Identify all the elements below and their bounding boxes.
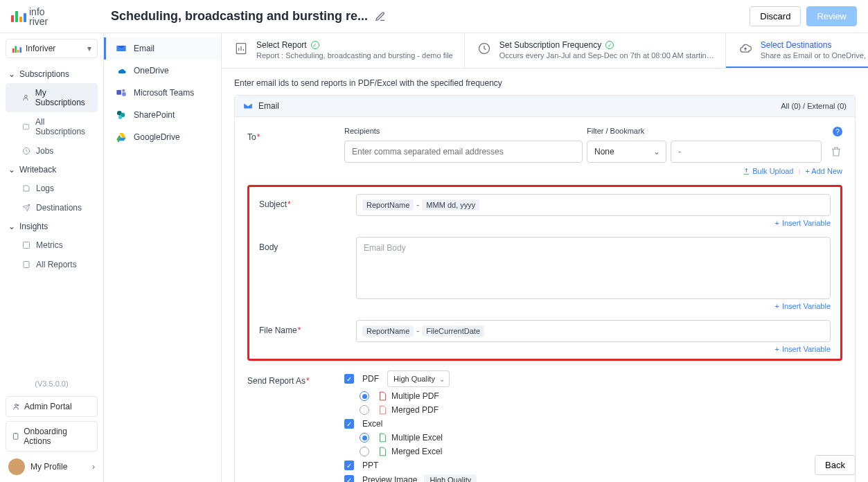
subject-input[interactable]: ReportName - MMM dd, yyyy: [356, 194, 831, 216]
chart-icon: [12, 44, 21, 53]
filter-header: Filter / Bookmark: [587, 127, 833, 136]
recipient-counts: All (0) / External (0): [781, 102, 847, 110]
nav-sidebar: Inforiver ▾ ⌄Subscriptions My Subscripti…: [0, 33, 104, 482]
cloud-icon: [738, 42, 752, 55]
svg-rect-12: [116, 90, 121, 95]
admin-icon: [12, 402, 20, 411]
excel-icon: [378, 447, 387, 456]
chevron-down-icon: ⌄: [8, 69, 15, 79]
token-date: MMM dd, yyyy: [422, 199, 479, 211]
: [743, 168, 750, 175]
preview-quality: High Quality: [424, 474, 477, 482]
insert-variable-body[interactable]: Insert Variable: [356, 302, 831, 310]
svg-rect-3: [19, 47, 21, 53]
step-frequency[interactable]: Set Subscription Frequency✓ Occurs every…: [465, 33, 726, 68]
check-icon: ✓: [605, 41, 614, 49]
discard-button[interactable]: Discard: [750, 6, 801, 26]
svg-point-10: [17, 404, 19, 406]
svg-point-9: [15, 404, 17, 407]
check-icon: ✓: [311, 41, 319, 49]
onboarding-button[interactable]: Onboarding Actions: [6, 421, 98, 452]
pdf-quality-select[interactable]: High Quality ⌄: [387, 371, 450, 387]
bulk-upload-link[interactable]: Bulk Upload: [752, 167, 793, 175]
insert-variable-subject[interactable]: Insert Variable: [356, 219, 831, 227]
svg-rect-8: [24, 262, 29, 268]
gdrive-icon: [116, 132, 127, 143]
info-icon[interactable]: ?: [833, 127, 842, 136]
clock-icon: [477, 42, 491, 55]
radio-multi-excel[interactable]: [360, 433, 369, 443]
step-destinations[interactable]: Select Destinations Share as Email or to…: [726, 33, 868, 68]
sidebar-item-metrics[interactable]: Metrics: [6, 235, 98, 255]
to-label: To: [247, 127, 344, 142]
report-icon: [234, 42, 248, 55]
back-button[interactable]: Back: [815, 455, 856, 475]
sidebar-item-all-subscriptions[interactable]: All Subscriptions: [6, 112, 98, 141]
dest-email[interactable]: Email: [104, 37, 221, 60]
logo: info river: [11, 7, 94, 26]
token-reportname: ReportName: [362, 199, 414, 211]
sidebar-item-jobs[interactable]: Jobs: [6, 141, 98, 161]
edit-icon[interactable]: [375, 11, 386, 22]
radio-multi-pdf[interactable]: [360, 391, 369, 401]
sidebar-item-destinations[interactable]: Destinations: [6, 198, 98, 217]
dest-gdrive[interactable]: GoogleDrive: [104, 126, 221, 148]
radio-merged-excel[interactable]: [360, 447, 369, 456]
email-icon: [116, 43, 127, 54]
profile-button[interactable]: My Profile ›: [6, 452, 98, 476]
sendas-label: Send Report As: [247, 371, 344, 386]
token-reportname: ReportName: [362, 325, 414, 337]
workspace-select[interactable]: Inforiver ▾: [6, 39, 98, 58]
sidebar-item-my-subscriptions[interactable]: My Subscriptions: [6, 83, 98, 112]
insert-variable-filename[interactable]: Insert Variable: [356, 345, 831, 353]
group-insights[interactable]: ⌄Insights: [6, 217, 98, 235]
dest-teams[interactable]: Microsoft Teams: [104, 82, 221, 104]
checkbox-preview[interactable]: ✓: [344, 475, 354, 482]
review-button[interactable]: Review: [806, 6, 857, 26]
svg-rect-1: [15, 46, 17, 53]
checkbox-pdf[interactable]: ✓: [344, 374, 354, 384]
body-input[interactable]: Email Body: [356, 237, 831, 299]
filename-input[interactable]: ReportName - FileCurrentDate: [356, 320, 831, 342]
checkbox-ppt[interactable]: ✓: [344, 461, 354, 470]
chevron-down-icon: ▾: [87, 44, 91, 53]
panel-title: Email: [258, 101, 279, 111]
subject-label: Subject: [259, 194, 356, 209]
step-select-report[interactable]: Select Report✓ Report : Scheduling, broa…: [222, 33, 465, 68]
recipients-input[interactable]: [344, 141, 583, 163]
svg-rect-2: [17, 50, 19, 53]
token-filedate: FileCurrentDate: [422, 325, 484, 337]
body-label: Body: [259, 237, 356, 252]
radio-merged-pdf[interactable]: [360, 405, 369, 415]
svg-rect-5: [23, 124, 28, 129]
svg-rect-7: [24, 242, 30, 249]
trash-icon[interactable]: [830, 145, 842, 158]
admin-portal-button[interactable]: Admin Portal: [6, 396, 98, 417]
send-icon: [22, 204, 30, 212]
recipients-header: Recipients: [344, 127, 587, 136]
brand-line1: info: [29, 7, 48, 17]
sharepoint-icon: [116, 109, 127, 120]
group-writeback[interactable]: ⌄Writeback: [6, 161, 98, 179]
chevron-right-icon: ›: [92, 462, 95, 472]
logo-bars-icon: [11, 11, 26, 22]
chevron-down-icon: ⌄: [8, 222, 15, 231]
excel-icon: [378, 433, 387, 443]
dest-sharepoint[interactable]: SharePoint: [104, 104, 221, 126]
filter-select[interactable]: None ⌄: [587, 141, 666, 163]
clock-icon: [22, 147, 30, 155]
checkbox-excel[interactable]: ✓: [344, 419, 354, 429]
dest-onedrive[interactable]: OneDrive: [104, 60, 221, 82]
pdf-icon: [378, 391, 387, 401]
add-new-link[interactable]: + Add New: [805, 167, 842, 175]
step-tabs: Select Report✓ Report : Scheduling, broa…: [222, 33, 868, 69]
sidebar-item-all-reports[interactable]: All Reports: [6, 255, 98, 274]
highlighted-section: Subject ReportName - MMM dd, yyyy Insert…: [247, 185, 842, 361]
user-icon: [22, 93, 30, 102]
destination-sidebar: Email OneDrive Microsoft Teams SharePoin…: [104, 33, 222, 482]
group-subscriptions[interactable]: ⌄Subscriptions: [6, 65, 98, 83]
bookmark-value: -: [671, 141, 822, 163]
sidebar-item-logs[interactable]: Logs: [6, 179, 98, 198]
page-title: Scheduling, broadcasting and bursting re…: [111, 9, 368, 24]
chevron-down-icon: ⌄: [439, 375, 445, 383]
